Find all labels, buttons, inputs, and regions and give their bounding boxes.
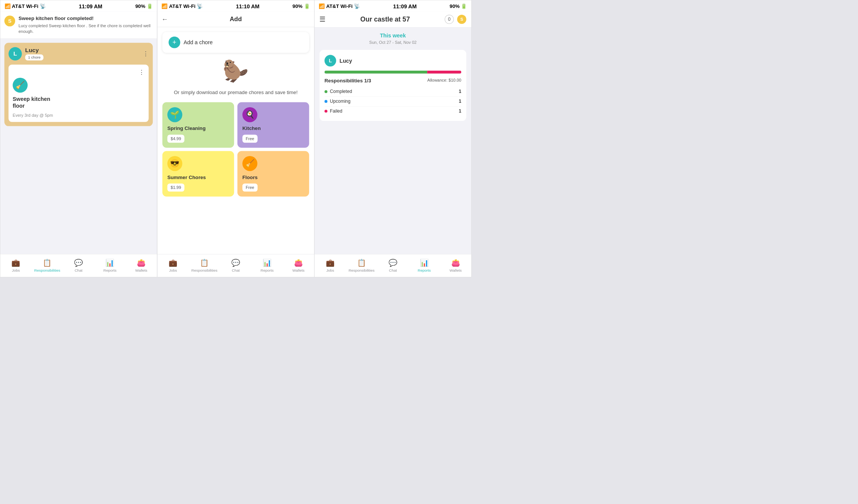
nav-responsibilities[interactable]: 📋 Responsibilities	[31, 254, 63, 277]
pack-summer-chores[interactable]: 😎 Summer Chores $1.99	[163, 151, 234, 196]
battery-icon: 🔋	[147, 3, 153, 9]
nav2-wallets-label: Wallets	[293, 268, 305, 273]
nav-jobs[interactable]: 💼 Jobs	[0, 254, 32, 277]
nav-chat-label: Chat	[74, 268, 82, 273]
wallets-icon-2: 👛	[294, 259, 303, 267]
time-label: 11:09 AM	[79, 3, 102, 10]
wallets-icon-3: 👛	[451, 259, 460, 267]
notification-badge[interactable]: 0	[444, 15, 454, 24]
notif-title: Sweep kitchen floor completed!	[19, 15, 153, 21]
battery-label: 90%	[135, 3, 145, 9]
upcoming-count: 1	[459, 99, 462, 104]
nav2-responsibilities[interactable]: 📋 Responsibilities	[189, 254, 220, 277]
chore-menu-dots[interactable]: ⋮	[139, 69, 144, 76]
hamburger-menu[interactable]: ☰	[319, 15, 325, 23]
resp-row-upcoming: Upcoming 1	[325, 97, 462, 107]
header-user-avatar[interactable]: S	[457, 15, 466, 24]
reports-icon-2: 📊	[263, 259, 271, 267]
reports-icon-3: 📊	[420, 259, 429, 267]
resp-title: Responsibilities 1/3	[325, 78, 371, 83]
user-card: L Lucy 1 chore ⋮ ⋮	[5, 43, 153, 126]
nav2-chat-label: Chat	[232, 268, 240, 273]
nav3-jobs[interactable]: 💼 Jobs	[314, 254, 346, 277]
jobs-icon-3: 💼	[326, 259, 335, 267]
progress-failed	[427, 71, 461, 74]
chore-packs-grid: 🌱 Spring Cleaning $4.99 🍳 Kitchen Free 😎…	[163, 102, 309, 197]
nav-wallets[interactable]: 👛 Wallets	[125, 254, 157, 277]
responsibilities-card: L Lucy Responsibilities 1/3 Allowance: $…	[319, 50, 466, 121]
completed-label: Completed	[330, 89, 352, 94]
badge-count: 0	[448, 17, 451, 22]
summer-chores-price: $1.99	[167, 184, 184, 192]
nav2-reports-label: Reports	[260, 268, 274, 273]
back-button[interactable]: ←	[161, 15, 168, 23]
failed-label: Failed	[330, 108, 342, 114]
signal-icon-3: 📶	[319, 3, 325, 9]
kitchen-icon: 🍳	[242, 107, 257, 122]
screen-1: 📶 AT&T Wi-Fi 📡 11:09 AM 90% 🔋 S Sweep ki…	[0, 0, 157, 277]
completed-count: 1	[459, 89, 462, 94]
chore-card: ⋮ 🧹 Sweep kitchenfloor Every 3rd day @ 5…	[9, 65, 149, 122]
battery-label-2: 90%	[293, 3, 302, 9]
chore-icon-circle: 🧹	[13, 78, 28, 93]
progress-completed	[325, 71, 427, 74]
nav-jobs-label: Jobs	[12, 268, 20, 273]
chat-icon-3: 💬	[389, 259, 397, 267]
s3-top-bar: ☰ Our castle at 57 0 S	[314, 11, 471, 27]
upcoming-dot	[325, 100, 328, 103]
nav3-reports-label: Reports	[418, 268, 431, 273]
nav3-wallets[interactable]: 👛 Wallets	[440, 254, 471, 277]
nav3-reports[interactable]: 📊 Reports	[409, 254, 440, 277]
user-chore-count: 1 chore	[25, 54, 43, 60]
nav-reports[interactable]: 📊 Reports	[94, 254, 125, 277]
battery-icon-2: 🔋	[304, 3, 310, 9]
pack-kitchen[interactable]: 🍳 Kitchen Free	[237, 102, 309, 148]
nav-responsibilities-label: Responsibilities	[34, 268, 60, 273]
resp-row-failed: Failed 1	[325, 107, 462, 116]
battery-label-3: 90%	[450, 3, 460, 9]
pack-floors[interactable]: 🧹 Floors Free	[237, 151, 309, 196]
carrier-label: AT&T Wi-Fi	[12, 3, 38, 9]
notif-avatar: S	[5, 15, 15, 26]
week-dates: Sun, Oct 27 - Sat, Nov 02	[319, 40, 466, 45]
floors-price: Free	[242, 184, 257, 192]
jobs-icon: 💼	[11, 259, 20, 267]
resp-avatar: L	[325, 55, 336, 66]
nav2-jobs-label: Jobs	[169, 268, 177, 273]
kitchen-price: Free	[242, 135, 257, 142]
nav3-chat[interactable]: 💬 Chat	[377, 254, 409, 277]
notification-bar: S Sweep kitchen floor completed! Lucy co…	[0, 11, 157, 39]
nav2-reports[interactable]: 📊 Reports	[251, 254, 283, 277]
user-name: Lucy	[25, 47, 43, 54]
summer-chores-name: Summer Chores	[167, 174, 229, 180]
wifi-icon: 📡	[40, 3, 46, 9]
beaver-illustration: 🦫	[163, 59, 309, 83]
nav2-jobs[interactable]: 💼 Jobs	[157, 254, 189, 277]
nav2-chat[interactable]: 💬 Chat	[220, 254, 251, 277]
nav3-jobs-label: Jobs	[326, 268, 334, 273]
chore-schedule: Every 3rd day @ 5pm	[13, 113, 145, 118]
floors-name: Floors	[242, 174, 304, 180]
nav-chat[interactable]: 💬 Chat	[63, 254, 94, 277]
upcoming-label: Upcoming	[330, 99, 350, 104]
jobs-icon-2: 💼	[169, 259, 177, 267]
responsibilities-icon: 📋	[43, 259, 51, 267]
spring-cleaning-icon: 🌱	[167, 107, 183, 122]
status-bar-2: 📶 AT&T Wi-Fi 📡 11:10 AM 90% 🔋	[157, 0, 314, 12]
spring-cleaning-name: Spring Cleaning	[167, 125, 229, 131]
user-menu-dots[interactable]: ⋮	[143, 50, 149, 57]
summer-chores-icon: 😎	[167, 156, 183, 171]
time-label-3: 11:09 AM	[393, 3, 417, 10]
pack-spring-cleaning[interactable]: 🌱 Spring Cleaning $4.99	[163, 102, 234, 148]
add-chore-button[interactable]: + Add a chore	[163, 32, 309, 53]
allowance-text: Allowance: $10.00	[427, 78, 462, 83]
responsibilities-icon-2: 📋	[200, 259, 209, 267]
nav-reports-label: Reports	[103, 268, 116, 273]
nav2-wallets[interactable]: 👛 Wallets	[283, 254, 314, 277]
nav3-responsibilities[interactable]: 📋 Responsibilities	[346, 254, 377, 277]
kitchen-name: Kitchen	[242, 125, 304, 131]
add-chore-label: Add a chore	[184, 39, 213, 46]
chat-icon-2: 💬	[231, 259, 240, 267]
carrier-label-2: AT&T Wi-Fi	[169, 3, 195, 9]
completed-dot	[325, 90, 328, 93]
